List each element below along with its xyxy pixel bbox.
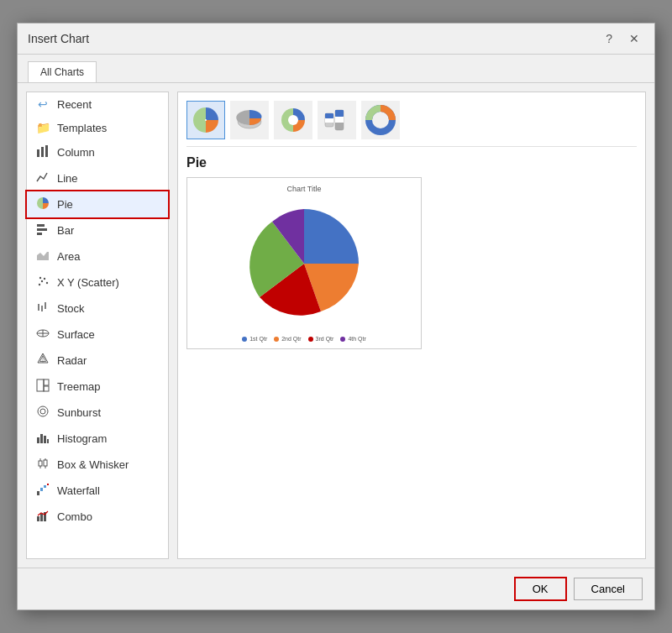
chart-preview-box: Chart Title <box>186 177 422 349</box>
sidebar-item-recent[interactable]: ↩ Recent <box>27 92 168 116</box>
svg-point-43 <box>205 119 207 121</box>
legend-dot-3rd <box>308 337 313 342</box>
svg-point-7 <box>39 284 40 285</box>
sidebar: ↩ Recent 📁 Templates Column Line <box>26 92 169 559</box>
sidebar-item-histogram[interactable]: Histogram <box>27 426 168 452</box>
svg-marker-6 <box>37 252 49 260</box>
sidebar-item-pie[interactable]: Pie <box>27 191 168 217</box>
recent-icon: ↩ <box>35 97 50 111</box>
dialog-title: Insert Chart <box>28 32 89 45</box>
sidebar-item-label-bar: Bar <box>57 224 74 237</box>
legend-dot-1st <box>242 337 247 342</box>
svg-point-11 <box>39 277 41 279</box>
svg-rect-49 <box>325 113 333 118</box>
pie-chart-type-btn[interactable] <box>186 101 225 139</box>
ok-button[interactable]: OK <box>514 577 567 601</box>
waterfall-icon <box>35 483 50 499</box>
sidebar-item-bar[interactable]: Bar <box>27 217 168 243</box>
svg-rect-37 <box>40 488 43 491</box>
sidebar-item-area[interactable]: Area <box>27 243 168 269</box>
pie-chart-preview <box>194 196 414 331</box>
sidebar-item-waterfall[interactable]: Waterfall <box>27 478 168 504</box>
svg-rect-36 <box>37 491 39 495</box>
scatter-icon <box>35 275 50 290</box>
tabs-bar: All Charts <box>18 55 654 83</box>
svg-rect-30 <box>39 461 42 466</box>
sidebar-item-label-treemap: Treemap <box>57 380 101 393</box>
legend-dot-4th <box>340 337 345 342</box>
sidebar-item-stock[interactable]: Stock <box>27 296 168 322</box>
main-panel: Pie Chart Title <box>177 92 646 559</box>
sidebar-item-label-templates: Templates <box>57 122 107 134</box>
svg-rect-0 <box>37 149 39 157</box>
pie-3d-type-btn[interactable] <box>230 101 269 139</box>
chart-legend: 1st Qtr 2nd Qtr 3rd Qtr 4th Qtr <box>194 336 414 342</box>
sidebar-item-radar[interactable]: Radar <box>27 348 168 374</box>
svg-point-46 <box>288 115 298 125</box>
close-button[interactable]: ✕ <box>624 30 644 47</box>
column-icon <box>35 144 50 160</box>
title-bar-controls: ? ✕ <box>601 30 644 47</box>
templates-icon: 📁 <box>35 121 50 134</box>
pie-icon <box>35 196 50 212</box>
sidebar-item-label-histogram: Histogram <box>57 432 107 445</box>
boxwhisker-icon <box>35 457 50 473</box>
radar-icon <box>35 353 50 369</box>
sidebar-item-boxwhisker[interactable]: Box & Whisker <box>27 452 168 478</box>
cancel-button[interactable]: Cancel <box>574 578 643 600</box>
svg-rect-28 <box>44 436 46 443</box>
sidebar-item-label-combo: Combo <box>57 510 92 523</box>
sidebar-item-label-boxwhisker: Box & Whisker <box>57 458 129 471</box>
sidebar-item-label-surface: Surface <box>57 328 95 341</box>
sidebar-item-templates[interactable]: 📁 Templates <box>27 116 168 139</box>
combo-icon <box>35 509 50 525</box>
pie-of-pie-type-btn[interactable] <box>361 101 400 139</box>
sidebar-item-xyscatter[interactable]: X Y (Scatter) <box>27 269 168 296</box>
sidebar-item-label-waterfall: Waterfall <box>57 484 100 497</box>
svg-rect-29 <box>47 439 49 443</box>
area-icon <box>35 248 50 264</box>
sidebar-item-label-pie: Pie <box>57 198 73 211</box>
svg-rect-41 <box>40 514 43 521</box>
sidebar-item-label-column: Column <box>57 146 95 159</box>
svg-rect-5 <box>37 233 42 235</box>
sidebar-item-label-stock: Stock <box>57 302 85 315</box>
sidebar-item-line[interactable]: Line <box>27 165 168 191</box>
svg-point-9 <box>44 278 45 280</box>
sidebar-item-label-radar: Radar <box>57 354 87 367</box>
doughnut-type-btn[interactable] <box>274 101 312 139</box>
svg-point-25 <box>38 406 48 416</box>
sidebar-item-treemap[interactable]: Treemap <box>27 374 168 400</box>
svg-rect-38 <box>44 485 46 488</box>
svg-point-24 <box>40 409 45 414</box>
line-icon <box>35 170 50 186</box>
legend-label-2nd: 2nd Qtr <box>281 336 301 342</box>
legend-label-3rd: 3rd Qtr <box>316 336 334 342</box>
svg-rect-2 <box>45 145 48 157</box>
sidebar-item-combo[interactable]: Combo <box>27 504 168 530</box>
svg-point-8 <box>41 280 43 282</box>
sidebar-item-label-area: Area <box>57 250 80 263</box>
sidebar-item-column[interactable]: Column <box>27 139 168 165</box>
legend-item-1st: 1st Qtr <box>242 336 267 342</box>
svg-point-10 <box>46 282 48 284</box>
stock-icon <box>35 301 50 316</box>
legend-label-4th: 4th Qtr <box>348 336 365 342</box>
bar-icon <box>35 222 50 238</box>
svg-rect-40 <box>37 516 39 521</box>
svg-rect-52 <box>335 117 344 123</box>
doughnut-bar-type-btn[interactable] <box>318 101 356 139</box>
insert-chart-dialog: Insert Chart ? ✕ All Charts ↩ Recent 📁 T… <box>17 23 655 610</box>
help-button[interactable]: ? <box>601 30 617 47</box>
svg-rect-51 <box>325 118 333 123</box>
sidebar-item-surface[interactable]: Surface <box>27 322 168 348</box>
chart-type-label: Pie <box>186 155 637 170</box>
svg-rect-27 <box>40 434 43 443</box>
sidebar-item-label-line: Line <box>57 172 78 185</box>
svg-rect-21 <box>37 379 44 391</box>
svg-rect-1 <box>41 147 44 157</box>
sidebar-item-sunburst[interactable]: Sunburst <box>27 400 168 426</box>
chart-type-icons <box>186 101 637 147</box>
tab-all-charts[interactable]: All Charts <box>28 61 97 82</box>
svg-rect-26 <box>37 437 39 443</box>
